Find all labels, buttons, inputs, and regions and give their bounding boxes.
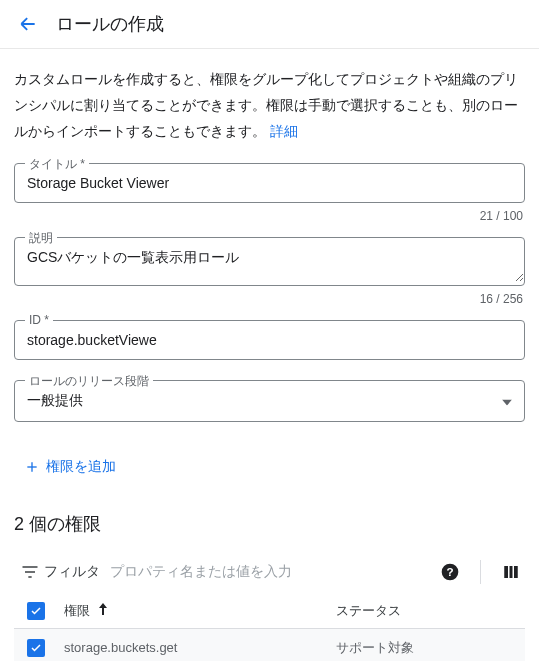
filter-label[interactable]: フィルタ <box>20 562 100 582</box>
stage-select[interactable]: ロールのリリース段階 一般提供 <box>14 380 525 422</box>
filter-icon <box>20 562 40 582</box>
col-permission[interactable]: 権限 <box>58 594 330 629</box>
row-checkbox[interactable] <box>27 639 45 657</box>
cell-status: サポート対象 <box>330 628 525 661</box>
description-counter: 16 / 256 <box>14 292 525 306</box>
svg-text:?: ? <box>446 565 453 578</box>
title-counter: 21 / 100 <box>14 209 525 223</box>
intro-body: カスタムロールを作成すると、権限をグループ化してプロジェクトや組織のプリンシパル… <box>14 71 518 139</box>
description-label: 説明 <box>25 230 57 247</box>
permissions-title: 2 個の権限 <box>14 512 525 536</box>
table-row: storage.buckets.get サポート対象 <box>14 628 525 661</box>
add-permissions-button[interactable]: 権限を追加 <box>14 450 126 484</box>
col-permission-label: 権限 <box>64 603 90 618</box>
select-all-checkbox[interactable] <box>27 602 45 620</box>
filter-input[interactable]: プロパティ名または値を入力 <box>110 563 428 581</box>
back-button[interactable] <box>16 12 40 36</box>
description-input[interactable] <box>15 238 524 282</box>
intro-link[interactable]: 詳細 <box>270 123 298 139</box>
id-input[interactable] <box>15 321 524 359</box>
sort-asc-icon <box>98 603 108 618</box>
col-status[interactable]: ステータス <box>330 594 525 629</box>
help-icon[interactable]: ? <box>438 560 462 584</box>
toolbar-divider <box>480 560 481 584</box>
intro-text: カスタムロールを作成すると、権限をグループ化してプロジェクトや組織のプリンシパル… <box>14 67 525 145</box>
stage-label: ロールのリリース段階 <box>25 373 153 390</box>
page-title: ロールの作成 <box>56 12 164 36</box>
add-permissions-label: 権限を追加 <box>46 458 116 476</box>
cell-permission: storage.buckets.get <box>58 628 330 661</box>
title-input[interactable] <box>15 164 524 202</box>
filter-text: フィルタ <box>44 563 100 581</box>
plus-icon <box>24 459 40 475</box>
columns-icon[interactable] <box>499 560 523 584</box>
title-label: タイトル * <box>25 156 89 173</box>
id-label: ID * <box>25 313 53 327</box>
